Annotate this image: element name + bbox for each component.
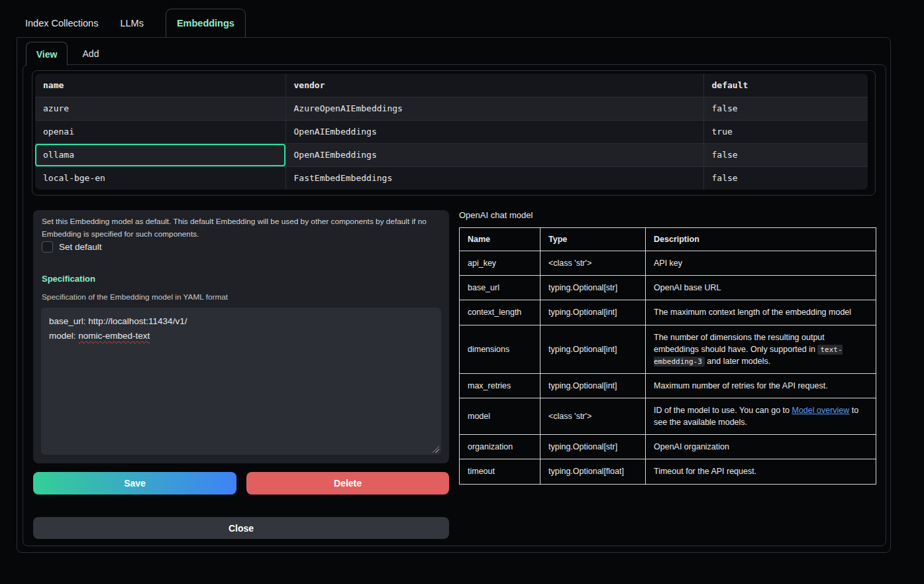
cell-vendor[interactable]: AzureOpenAIEmbeddings <box>285 97 703 120</box>
specification-heading: Specification <box>42 274 95 284</box>
info-cell-description: The maximum context length of the embedd… <box>646 300 876 325</box>
set-default-checkbox[interactable] <box>42 241 53 253</box>
cell-default[interactable]: false <box>703 143 868 166</box>
cell-name[interactable]: local-bge-en <box>35 166 285 190</box>
cell-vendor[interactable]: OpenAIEmbeddings <box>285 120 703 143</box>
set-default-label: Set default <box>59 242 102 252</box>
info-row-dimensions: dimensionstyping.Optional[int]The number… <box>460 325 876 373</box>
info-cell-type: typing.Optional[int] <box>540 300 646 325</box>
embeddings-panel: View Add namevendordefault azureAzureOpe… <box>17 37 891 553</box>
subtab-view[interactable]: View <box>26 42 68 66</box>
info-cell-name: model <box>460 398 540 435</box>
yaml-line-2-key: model: <box>49 331 78 341</box>
subtab-add[interactable]: Add <box>70 42 111 66</box>
cell-vendor[interactable]: OpenAIEmbeddings <box>285 143 703 166</box>
info-panel-title: OpenAI chat model <box>459 210 533 220</box>
set-default-description: Set this Embedding model as default. Thi… <box>42 215 436 241</box>
model-overview-link[interactable]: Model overview <box>792 406 849 415</box>
info-cell-type: typing.Optional[str] <box>540 276 646 300</box>
info-cell-description: OpenAI organization <box>646 435 876 459</box>
info-row-organization: organizationtyping.Optional[str]OpenAI o… <box>460 435 876 459</box>
embeddings-row-ollama[interactable]: ollamaOpenAIEmbeddingsfalse <box>35 143 868 166</box>
cell-name[interactable]: azure <box>35 97 285 120</box>
code-snippet: text-embedding-3 <box>654 345 843 367</box>
info-cell-name: max_retries <box>460 373 540 398</box>
column-header-name: name <box>35 74 285 97</box>
info-cell-name: dimensions <box>460 325 540 373</box>
info-cell-type: typing.Optional[float] <box>540 459 646 484</box>
embeddings-table: namevendordefault azureAzureOpenAIEmbedd… <box>35 74 868 190</box>
info-column-header-description: Description <box>646 228 876 251</box>
embeddings-table-wrapper: namevendordefault azureAzureOpenAIEmbedd… <box>32 70 876 196</box>
info-cell-name: organization <box>460 435 540 459</box>
info-row-api_key: api_key<class 'str'>API key <box>460 251 876 276</box>
info-row-model: model<class 'str'>ID of the model to use… <box>460 398 876 435</box>
model-spec-table: NameTypeDescription api_key<class 'str'>… <box>459 227 876 485</box>
info-row-max_retries: max_retriestyping.Optional[int]Maximum n… <box>460 373 876 398</box>
cell-name[interactable]: openai <box>35 120 285 143</box>
cell-default[interactable]: false <box>703 97 868 120</box>
delete-button[interactable]: Delete <box>246 472 449 495</box>
info-cell-name: base_url <box>460 276 540 300</box>
set-default-checkbox-row[interactable]: Set default <box>42 241 102 253</box>
info-column-header-name: Name <box>460 228 540 251</box>
main-tab-bar: Index Collections LLMs Embeddings <box>25 9 246 37</box>
info-cell-name: api_key <box>460 251 540 276</box>
info-cell-description: Timeout for the API request. <box>646 459 876 484</box>
cell-name[interactable]: ollama <box>35 143 285 166</box>
tab-embeddings[interactable]: Embeddings <box>166 9 246 37</box>
info-cell-type: typing.Optional[int] <box>540 373 646 398</box>
column-header-default: default <box>703 74 868 97</box>
info-column-header-type: Type <box>540 228 646 251</box>
info-cell-description: API key <box>646 251 876 276</box>
close-button[interactable]: Close <box>33 517 449 539</box>
info-cell-type: <class 'str'> <box>540 251 646 276</box>
info-cell-description: ID of the model to use. You can go to Mo… <box>646 398 876 435</box>
embeddings-row-azure[interactable]: azureAzureOpenAIEmbeddingsfalse <box>35 97 868 120</box>
default-settings-panel: Set this Embedding model as default. Thi… <box>33 210 449 463</box>
tab-index-collections[interactable]: Index Collections <box>25 9 98 37</box>
info-cell-type: <class 'str'> <box>540 398 646 435</box>
view-tab-content: namevendordefault azureAzureOpenAIEmbedd… <box>23 64 886 546</box>
column-header-vendor: vendor <box>285 74 703 97</box>
info-cell-description: The number of dimensions the resulting o… <box>646 325 876 373</box>
tab-llms[interactable]: LLMs <box>120 9 143 37</box>
info-cell-name: context_length <box>460 300 540 325</box>
specification-subtitle: Specification of the Embedding model in … <box>42 292 228 302</box>
info-cell-type: typing.Optional[int] <box>540 325 646 373</box>
model-spec-table-header: NameTypeDescription <box>460 228 876 251</box>
embeddings-row-openai[interactable]: openaiOpenAIEmbeddingstrue <box>35 120 868 143</box>
yaml-line-2-value: nomic-embed-text <box>78 331 150 341</box>
cell-vendor[interactable]: FastEmbedEmbeddings <box>285 166 703 190</box>
embeddings-table-header: namevendordefault <box>35 74 868 97</box>
embeddings-row-local-bge-en[interactable]: local-bge-enFastEmbedEmbeddingsfalse <box>35 166 868 190</box>
info-row-base_url: base_urltyping.Optional[str]OpenAI base … <box>460 276 876 300</box>
info-row-timeout: timeouttyping.Optional[float]Timeout for… <box>460 459 876 484</box>
info-cell-description: OpenAI base URL <box>646 276 876 300</box>
yaml-line-1: base_url: http://localhost:11434/v1/ <box>49 316 187 326</box>
info-cell-name: timeout <box>460 459 540 484</box>
specification-textarea[interactable]: base_url: http://localhost:11434/v1/mode… <box>41 308 441 455</box>
cell-default[interactable]: false <box>703 166 868 190</box>
info-row-context_length: context_lengthtyping.Optional[int]The ma… <box>460 300 876 325</box>
info-cell-type: typing.Optional[str] <box>540 435 646 459</box>
cell-default[interactable]: true <box>703 120 868 143</box>
info-cell-description: Maximum number of retries for the API re… <box>646 373 876 398</box>
save-button[interactable]: Save <box>33 472 236 495</box>
